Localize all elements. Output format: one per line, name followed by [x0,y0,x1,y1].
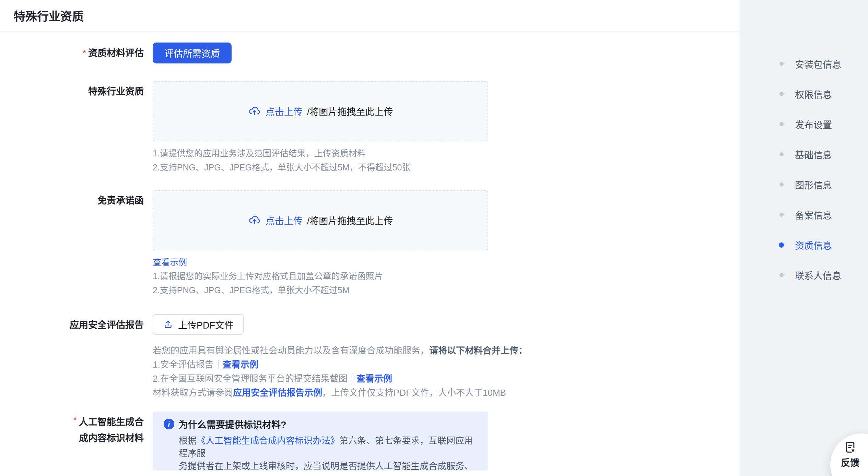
cloud-upload-icon [248,214,261,227]
sidebar-item-install-package[interactable]: 安装包信息 [739,49,868,79]
sidebar-item-qualification-info[interactable]: 资质信息 [739,230,868,260]
drag-upload-hint: /将图片拖拽至此上传 [307,214,393,227]
evaluate-qualification-button[interactable]: 评估所需资质 [153,43,232,63]
field-label-text: 资质材料评估 [88,48,144,58]
field-label-security-report: 应用安全评估报告 [0,314,144,331]
disclaimer-letter-dropzone[interactable]: 点击上传/将图片拖拽至此上传 [153,190,488,250]
upload-pdf-button[interactable]: 上传PDF文件 [153,314,244,335]
sidebar-item-basic-info[interactable]: 基础信息 [739,139,868,169]
nav-dot-icon [779,182,784,187]
sidebar-item-graphic-info[interactable]: 图形信息 [739,169,868,200]
security-report-description: 若您的应用具有舆论属性或社会动员能力以及含有深度合成功能服务，请将以下材料合并上… [153,344,527,400]
upload-icon [163,319,173,330]
nav-dot-icon [779,152,784,156]
nav-dot-icon [779,92,784,96]
sidebar-item-filing-info[interactable]: 备案信息 [739,200,868,230]
field-label-industry-qualification: 特殊行业资质 [0,81,144,97]
ai-material-info-box: i 为什么需要提供标识材料? 根据《人工智能生成合成内容标识办法》第六条、第七条… [153,412,488,471]
page-title: 特殊行业资质 [14,7,84,24]
security-report-intro-strong: 请将以下材料合并上传： [429,345,527,356]
form-row-disclaimer-letter: 免责承诺函 点击上传/将图片拖拽至此上传 查看示例 1.请根据您的实际业务上传对… [0,190,739,297]
disclaimer-letter-notes: 1.请根据您的实际业务上传对应格式且加盖公章的承诺函照片 2.支持PNG、JPG… [153,269,488,297]
anchor-sidebar: 安装包信息 权限信息 发布设置 基础信息 图形信息 备案信息 资质信息 联系人信… [739,0,868,476]
security-report-item1: 1.安全评估报告｜查看示例 [153,358,527,372]
nav-dot-icon [779,242,784,248]
feedback-label: 反馈 [841,455,859,469]
security-report-example-link[interactable]: 应用安全评估报告示例 [233,388,322,398]
required-mark: * [73,414,77,447]
field-label-disclaimer-letter: 免责承诺函 [0,190,144,206]
form-row-security-report: 应用安全评估报告 上传PDF文件 若您的应用具有舆论属性或社会动员能力以及含有深… [0,314,739,400]
nav-dot-icon [779,122,784,126]
upload-pdf-button-label: 上传PDF文件 [178,318,234,331]
nav-dot-icon [779,62,784,66]
cloud-upload-icon [248,105,261,118]
required-mark: * [82,48,86,58]
security-report-footer: 材料获取方式请参阅应用安全评估报告示例，上传文件仅支持PDF文件，大小不大于10… [153,386,527,400]
ai-material-info-title: 为什么需要提供标识材料? [179,417,286,431]
click-upload-link[interactable]: 点击上传 [266,214,303,227]
industry-qualification-dropzone[interactable]: 点击上传/将图片拖拽至此上传 [153,81,488,141]
feedback-form-icon [843,440,857,454]
view-example-link[interactable]: 查看示例 [223,359,258,370]
field-label-assessment: *资质材料评估 [0,47,144,59]
click-upload-link[interactable]: 点击上传 [266,105,303,118]
field-label-text: 人工智能生成合 成内容标识材料 [79,414,144,447]
security-report-item2: 2.在全国互联网安全管理服务平台的提交结果截图｜查看示例 [153,372,527,386]
info-icon: i [164,419,174,429]
drag-upload-hint: /将图片拖拽至此上传 [307,105,393,118]
security-report-intro: 若您的应用具有舆论属性或社会动员能力以及含有深度合成功能服务，请将以下材料合并上… [153,344,527,358]
sidebar-item-release-settings[interactable]: 发布设置 [739,109,868,139]
field-label-ai-material: *人工智能生成合 成内容标识材料 [0,412,144,447]
form-row-assessment: *资质材料评估 评估所需资质 [0,43,739,63]
main-content: 特殊行业资质 *资质材料评估 评估所需资质 特殊行业资质 点击上 [0,0,739,476]
view-example-link[interactable]: 查看示例 [153,255,187,269]
sidebar-item-contact-info[interactable]: 联系人信息 [739,260,868,290]
ai-regulation-link[interactable]: 《人工智能生成合成内容标识办法》 [197,436,339,446]
nav-dot-icon [779,273,784,277]
section-header: 特殊行业资质 [0,0,739,32]
form-row-ai-material: *人工智能生成合 成内容标识材料 i 为什么需要提供标识材料? 根据《人工智能生… [0,412,739,471]
form-row-industry-qualification: 特殊行业资质 点击上传/将图片拖拽至此上传 1.请提供您的应用业务涉及范围评估结… [0,81,739,175]
view-example-link[interactable]: 查看示例 [356,373,392,384]
ai-material-info-body: 根据《人工智能生成合成内容标识办法》第六条、第七条要求，互联网应用程序服 务提供… [179,435,477,471]
industry-qualification-notes: 1.请提供您的应用业务涉及范围评估结果，上传资质材料 2.支持PNG、JPG、J… [153,146,488,175]
sidebar-item-permissions[interactable]: 权限信息 [739,79,868,109]
nav-dot-icon [779,213,784,217]
